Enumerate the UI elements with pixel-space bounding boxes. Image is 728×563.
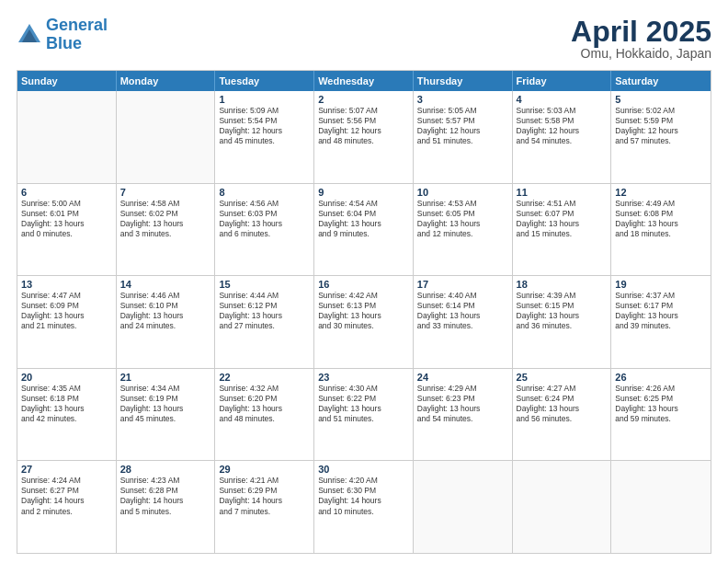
day-number: 13 — [21, 279, 112, 290]
cell-info: Sunrise: 4:40 AMSunset: 6:14 PMDaylight:… — [417, 291, 508, 331]
weekday-header: Thursday — [414, 71, 513, 91]
weekday-header: Sunday — [17, 71, 117, 91]
calendar-cell — [513, 461, 612, 553]
weekday-header: Wednesday — [314, 71, 414, 91]
cell-info: Sunrise: 4:34 AMSunset: 6:19 PMDaylight:… — [120, 384, 211, 424]
calendar-cell: 9Sunrise: 4:54 AMSunset: 6:04 PMDaylight… — [314, 184, 414, 276]
calendar-cell: 1Sunrise: 5:09 AMSunset: 5:54 PMDaylight… — [215, 91, 314, 183]
calendar-cell: 3Sunrise: 5:05 AMSunset: 5:57 PMDaylight… — [414, 91, 513, 183]
calendar-cell: 5Sunrise: 5:02 AMSunset: 5:59 PMDaylight… — [611, 91, 711, 183]
calendar-cell: 24Sunrise: 4:29 AMSunset: 6:23 PMDayligh… — [414, 369, 513, 461]
cell-info: Sunrise: 4:24 AMSunset: 6:27 PMDaylight:… — [21, 476, 112, 516]
calendar-row: 6Sunrise: 5:00 AMSunset: 6:01 PMDaylight… — [17, 184, 711, 277]
day-number: 25 — [517, 372, 608, 383]
cell-info: Sunrise: 5:03 AMSunset: 5:58 PMDaylight:… — [517, 106, 608, 146]
calendar-header: SundayMondayTuesdayWednesdayThursdayFrid… — [17, 71, 711, 91]
calendar-cell: 6Sunrise: 5:00 AMSunset: 6:01 PMDaylight… — [17, 184, 117, 276]
calendar-cell: 4Sunrise: 5:03 AMSunset: 5:58 PMDaylight… — [513, 91, 612, 183]
day-number: 3 — [417, 94, 508, 105]
cell-info: Sunrise: 4:23 AMSunset: 6:28 PMDaylight:… — [120, 476, 211, 516]
cell-info: Sunrise: 4:35 AMSunset: 6:18 PMDaylight:… — [21, 384, 112, 424]
calendar-cell: 30Sunrise: 4:20 AMSunset: 6:30 PMDayligh… — [314, 461, 414, 553]
day-number: 9 — [318, 187, 409, 198]
logo: General Blue — [17, 17, 108, 53]
calendar-cell: 14Sunrise: 4:46 AMSunset: 6:10 PMDayligh… — [117, 276, 216, 368]
calendar-cell: 13Sunrise: 4:47 AMSunset: 6:09 PMDayligh… — [17, 276, 117, 368]
day-number: 21 — [120, 372, 211, 383]
day-number: 7 — [120, 187, 211, 198]
cell-info: Sunrise: 4:26 AMSunset: 6:25 PMDaylight:… — [615, 384, 707, 424]
cell-info: Sunrise: 4:46 AMSunset: 6:10 PMDaylight:… — [120, 291, 211, 331]
day-number: 4 — [517, 94, 608, 105]
cell-info: Sunrise: 4:42 AMSunset: 6:13 PMDaylight:… — [318, 291, 409, 331]
calendar-body: 1Sunrise: 5:09 AMSunset: 5:54 PMDaylight… — [17, 91, 711, 553]
calendar-cell: 16Sunrise: 4:42 AMSunset: 6:13 PMDayligh… — [314, 276, 414, 368]
calendar-cell: 23Sunrise: 4:30 AMSunset: 6:22 PMDayligh… — [314, 369, 414, 461]
cell-info: Sunrise: 4:32 AMSunset: 6:20 PMDaylight:… — [219, 384, 310, 424]
calendar-row: 20Sunrise: 4:35 AMSunset: 6:18 PMDayligh… — [17, 369, 711, 462]
calendar-cell: 15Sunrise: 4:44 AMSunset: 6:12 PMDayligh… — [215, 276, 314, 368]
day-number: 23 — [318, 372, 409, 383]
logo-line2: Blue — [46, 34, 82, 52]
cell-info: Sunrise: 5:07 AMSunset: 5:56 PMDaylight:… — [318, 106, 409, 146]
cell-info: Sunrise: 4:56 AMSunset: 6:03 PMDaylight:… — [219, 199, 310, 239]
cell-info: Sunrise: 4:49 AMSunset: 6:08 PMDaylight:… — [615, 199, 707, 239]
logo-line1: General — [46, 16, 108, 34]
calendar-row: 27Sunrise: 4:24 AMSunset: 6:27 PMDayligh… — [17, 461, 711, 553]
calendar-cell: 26Sunrise: 4:26 AMSunset: 6:25 PMDayligh… — [611, 369, 711, 461]
day-number: 14 — [120, 279, 211, 290]
day-number: 11 — [517, 187, 608, 198]
cell-info: Sunrise: 4:58 AMSunset: 6:02 PMDaylight:… — [120, 199, 211, 239]
calendar-cell — [17, 91, 117, 183]
title-block: April 2025 Omu, Hokkaido, Japan — [571, 17, 711, 61]
calendar-cell: 27Sunrise: 4:24 AMSunset: 6:27 PMDayligh… — [17, 461, 117, 553]
calendar-cell: 11Sunrise: 4:51 AMSunset: 6:07 PMDayligh… — [513, 184, 612, 276]
weekday-header: Tuesday — [215, 71, 314, 91]
day-number: 5 — [615, 94, 707, 105]
calendar-cell — [611, 461, 711, 553]
cell-info: Sunrise: 5:05 AMSunset: 5:57 PMDaylight:… — [417, 106, 508, 146]
day-number: 27 — [21, 464, 112, 475]
calendar-row: 1Sunrise: 5:09 AMSunset: 5:54 PMDaylight… — [17, 91, 711, 184]
calendar-cell: 29Sunrise: 4:21 AMSunset: 6:29 PMDayligh… — [215, 461, 314, 553]
cell-info: Sunrise: 4:51 AMSunset: 6:07 PMDaylight:… — [517, 199, 608, 239]
cell-info: Sunrise: 4:21 AMSunset: 6:29 PMDaylight:… — [219, 476, 310, 516]
day-number: 1 — [219, 94, 310, 105]
day-number: 22 — [219, 372, 310, 383]
cell-info: Sunrise: 5:09 AMSunset: 5:54 PMDaylight:… — [219, 106, 310, 146]
day-number: 16 — [318, 279, 409, 290]
cell-info: Sunrise: 4:27 AMSunset: 6:24 PMDaylight:… — [517, 384, 608, 424]
calendar-cell: 17Sunrise: 4:40 AMSunset: 6:14 PMDayligh… — [414, 276, 513, 368]
location-subtitle: Omu, Hokkaido, Japan — [571, 46, 711, 61]
day-number: 10 — [417, 187, 508, 198]
day-number: 17 — [417, 279, 508, 290]
calendar-cell: 22Sunrise: 4:32 AMSunset: 6:20 PMDayligh… — [215, 369, 314, 461]
day-number: 29 — [219, 464, 310, 475]
calendar-cell: 28Sunrise: 4:23 AMSunset: 6:28 PMDayligh… — [117, 461, 216, 553]
cell-info: Sunrise: 5:02 AMSunset: 5:59 PMDaylight:… — [615, 106, 707, 146]
calendar-cell — [414, 461, 513, 553]
day-number: 6 — [21, 187, 112, 198]
logo-text: General Blue — [46, 17, 108, 53]
calendar-cell: 18Sunrise: 4:39 AMSunset: 6:15 PMDayligh… — [513, 276, 612, 368]
day-number: 30 — [318, 464, 409, 475]
weekday-header: Monday — [117, 71, 216, 91]
weekday-header: Friday — [513, 71, 612, 91]
cell-info: Sunrise: 4:20 AMSunset: 6:30 PMDaylight:… — [318, 476, 409, 516]
calendar-cell: 7Sunrise: 4:58 AMSunset: 6:02 PMDaylight… — [117, 184, 216, 276]
calendar-cell: 21Sunrise: 4:34 AMSunset: 6:19 PMDayligh… — [117, 369, 216, 461]
day-number: 8 — [219, 187, 310, 198]
calendar-cell: 2Sunrise: 5:07 AMSunset: 5:56 PMDaylight… — [314, 91, 414, 183]
calendar-cell — [117, 91, 216, 183]
cell-info: Sunrise: 4:39 AMSunset: 6:15 PMDaylight:… — [517, 291, 608, 331]
day-number: 2 — [318, 94, 409, 105]
cell-info: Sunrise: 4:44 AMSunset: 6:12 PMDaylight:… — [219, 291, 310, 331]
day-number: 19 — [615, 279, 707, 290]
calendar-cell: 25Sunrise: 4:27 AMSunset: 6:24 PMDayligh… — [513, 369, 612, 461]
cell-info: Sunrise: 4:47 AMSunset: 6:09 PMDaylight:… — [21, 291, 112, 331]
calendar-cell: 12Sunrise: 4:49 AMSunset: 6:08 PMDayligh… — [611, 184, 711, 276]
main-container: General Blue April 2025 Omu, Hokkaido, J… — [0, 0, 728, 563]
header: General Blue April 2025 Omu, Hokkaido, J… — [17, 17, 711, 61]
day-number: 15 — [219, 279, 310, 290]
calendar-cell: 8Sunrise: 4:56 AMSunset: 6:03 PMDaylight… — [215, 184, 314, 276]
